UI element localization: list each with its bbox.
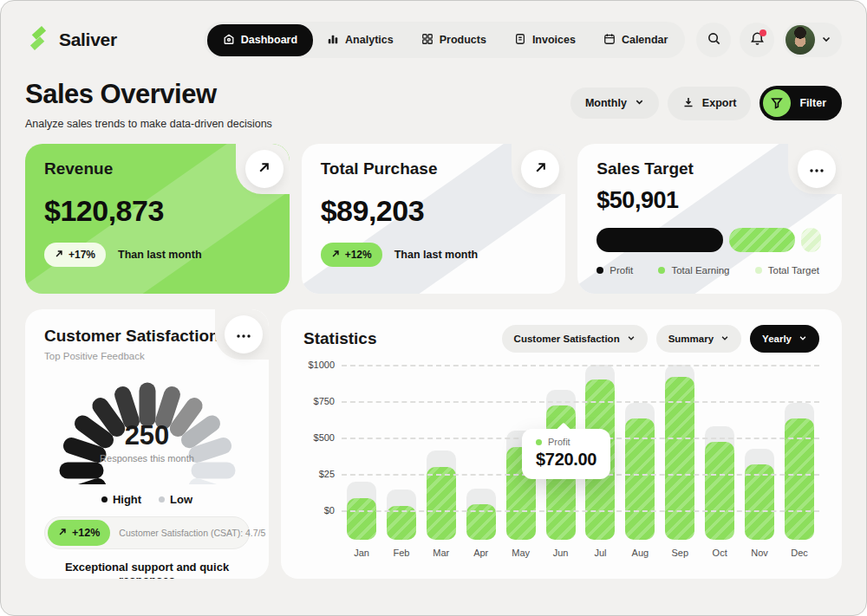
y-axis: $1000$750$500$25$0 — [303, 365, 342, 540]
brand: Saliver — [25, 25, 117, 55]
x-axis-label: May — [506, 548, 536, 558]
ellipsis-icon — [809, 161, 825, 177]
total-purchase-badge: +12% — [321, 243, 382, 267]
y-axis-label: $0 — [324, 505, 335, 515]
gauge-segment — [122, 395, 131, 421]
brand-name: Saliver — [59, 29, 117, 50]
x-axis-label: Mar — [427, 548, 456, 558]
bar-fill — [745, 464, 774, 540]
main-nav: Dashboard Analytics Products Invoices Ca… — [204, 22, 686, 58]
tooltip-dot — [536, 439, 542, 445]
chevron-down-icon — [627, 334, 636, 344]
period-select[interactable]: Monthly — [570, 88, 659, 119]
satisfaction-legend: Hight Low — [44, 493, 250, 506]
download-icon — [682, 96, 694, 111]
arrow-up-right-icon — [58, 527, 67, 539]
nav-item-analytics[interactable]: Analytics — [313, 25, 407, 55]
gauge-value: 250 — [44, 420, 250, 451]
notification-alert-dot — [759, 29, 766, 36]
nav-item-label: Calendar — [622, 34, 668, 46]
target-progress-segment — [801, 228, 821, 252]
x-axis-label: Jan — [347, 548, 376, 558]
funnel-icon — [763, 89, 791, 117]
dashboard-window: Saliver Dashboard Analytics Products Inv… — [0, 0, 867, 616]
bar-feb[interactable] — [387, 365, 416, 540]
target-progress-segment — [729, 228, 795, 252]
nav-item-products[interactable]: Products — [407, 25, 500, 55]
home-icon — [223, 33, 235, 48]
profile-menu[interactable] — [783, 23, 842, 57]
satisfaction-subtitle: Top Positive Feedback — [44, 351, 250, 361]
ellipsis-icon — [236, 327, 251, 342]
csat-summary-pill: +12% Customer Satisfaction (CSAT): 4.7/5 — [44, 516, 250, 549]
page-header-controls: Monthly Export Filter — [570, 86, 842, 120]
bar-sep[interactable] — [665, 365, 694, 540]
kpi-cards: Revenue $120,873 +17% Than last month To… — [1, 144, 866, 294]
top-bar: Saliver Dashboard Analytics Products Inv… — [1, 1, 866, 58]
bar-fill — [347, 498, 376, 540]
card-title: Statistics — [303, 329, 376, 348]
gridline — [342, 510, 819, 512]
revenue-note: Than last month — [118, 249, 202, 261]
grid-icon — [421, 33, 434, 48]
nav-item-invoices[interactable]: Invoices — [500, 25, 590, 55]
search-button[interactable] — [696, 23, 731, 57]
metric-select[interactable]: Customer Satisfaction — [502, 325, 648, 353]
customer-satisfaction-card: Customer Satisfaction Top Positive Feedb… — [25, 309, 269, 579]
x-axis-label: Jul — [585, 548, 615, 558]
y-axis-label: $500 — [314, 432, 335, 443]
chart-plot: Profit $720.00 — [342, 365, 819, 540]
x-axis-label: Sep — [665, 548, 694, 558]
satisfaction-menu-button[interactable] — [225, 315, 263, 353]
bar-nov[interactable] — [745, 365, 774, 540]
notifications-button[interactable] — [740, 23, 774, 57]
chevron-down-icon — [799, 334, 807, 344]
gauge-caption: Responses this month — [44, 453, 250, 464]
top-bar-actions — [696, 23, 842, 57]
summary-select[interactable]: Summary — [656, 325, 741, 353]
bar-dec[interactable] — [785, 365, 814, 540]
search-icon — [707, 31, 721, 49]
bar-fill — [705, 442, 734, 540]
period-select-value: Monthly — [585, 97, 627, 109]
calendar-icon — [603, 33, 616, 48]
revenue-value: $120,873 — [44, 194, 271, 228]
sales-target-menu-button[interactable] — [798, 150, 836, 188]
bar-mar[interactable] — [427, 365, 456, 540]
x-axis-label: Nov — [745, 548, 774, 558]
bar-fill — [427, 467, 456, 540]
total-purchase-note: Than last month — [394, 249, 479, 261]
y-axis-label: $25 — [319, 469, 335, 479]
tooltip-value: $720.00 — [536, 450, 596, 470]
y-axis-label: $1000 — [308, 360, 335, 370]
sales-target-legend: Profit Total Earning Total Target — [596, 265, 823, 276]
arrow-up-right-icon — [257, 161, 271, 178]
revenue-card: Revenue $120,873 +17% Than last month — [25, 144, 290, 294]
avatar — [786, 25, 815, 55]
x-axis: JanFebMarAprMayJunJulAugSepOctNovDec — [342, 548, 819, 558]
total-purchase-open-button[interactable] — [521, 150, 559, 188]
revenue-open-button[interactable] — [245, 150, 284, 188]
x-axis-label: Dec — [785, 548, 814, 558]
x-axis-label: Jun — [546, 548, 576, 558]
bar-oct[interactable] — [705, 365, 734, 540]
chart-tooltip: Profit $720.00 — [522, 429, 610, 479]
nav-item-label: Analytics — [345, 34, 394, 46]
bar-jan[interactable] — [347, 365, 376, 540]
gridline — [342, 365, 819, 366]
sales-target-card: Sales Target $50,901 Profit Total Earnin… — [577, 144, 842, 294]
page-header: Sales Overview Analyze sales trends to m… — [1, 58, 866, 144]
export-button[interactable]: Export — [668, 87, 752, 120]
bar-apr[interactable] — [466, 365, 496, 540]
arrow-up-right-icon — [534, 161, 547, 178]
invoice-icon — [514, 33, 526, 48]
revenue-badge: +17% — [44, 243, 106, 267]
statistics-filters: Customer Satisfaction Summary Yearly — [502, 325, 819, 353]
nav-item-calendar[interactable]: Calendar — [590, 25, 682, 55]
bar-aug[interactable] — [625, 365, 655, 540]
range-select[interactable]: Yearly — [750, 325, 819, 353]
nav-item-dashboard[interactable]: Dashboard — [207, 24, 313, 56]
filter-button[interactable]: Filter — [759, 86, 842, 120]
total-purchase-value: $89,203 — [321, 194, 547, 228]
csat-badge: +12% — [48, 520, 110, 546]
